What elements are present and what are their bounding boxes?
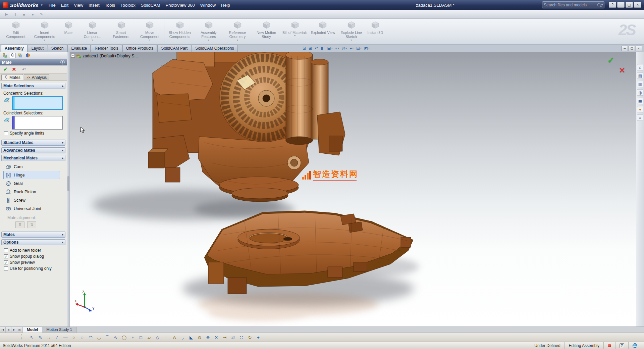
custom-properties-icon[interactable]: ≡ (637, 114, 643, 121)
minimize-button[interactable]: ─ (617, 2, 625, 8)
tab-render-tools[interactable]: Render Tools (91, 45, 122, 52)
circle-tool-icon[interactable]: ○ (70, 334, 78, 341)
gear-mate-button[interactable]: Gear (3, 179, 60, 188)
menu-photoview-360[interactable]: PhotoView 360 (163, 1, 198, 9)
ok-button[interactable]: ✓ (3, 67, 8, 72)
extend-entities-icon[interactable]: ⇥ (221, 334, 229, 341)
chevron-down-icon[interactable]: ▾ (41, 3, 43, 7)
view-palette-icon[interactable]: ▦ (637, 98, 643, 104)
feature-tree-root[interactable]: zadaca1 (Default<Display S... (71, 53, 138, 58)
status-alert-icon[interactable] (608, 344, 611, 347)
centerpoint-arc-icon[interactable]: ◠ (87, 334, 95, 341)
three-point-arc-icon[interactable]: ⌒ (103, 334, 111, 341)
prev-tab-button[interactable]: ◀ (6, 327, 11, 333)
show-popup-dialog-checkbox[interactable]: Show popup dialog (4, 254, 65, 259)
sketch-tool-icon[interactable]: ✎ (36, 334, 44, 341)
featuremanager-tree-icon[interactable] (1, 53, 8, 58)
confirmation-cancel-button[interactable]: ✕ (619, 66, 625, 75)
line-tool-icon[interactable]: ∕ (53, 334, 61, 341)
apply-scene-icon[interactable]: ▤ (356, 45, 362, 51)
insert-components-button[interactable]: Insert Components (30, 20, 59, 44)
exploded-view-button[interactable]: Exploded View (309, 20, 337, 44)
hinge-mate-button[interactable]: Hinge (3, 171, 60, 179)
bill-of-materials-button[interactable]: Bill of Materials (281, 20, 309, 44)
view-orientation-icon[interactable]: ▣ (327, 45, 333, 51)
circular-pattern-icon[interactable]: ↻ (246, 334, 254, 341)
menu-solidcam[interactable]: SolidCAM (138, 1, 163, 9)
explode-line-sketch-button[interactable]: Explode Line Sketch (337, 20, 366, 44)
tab-office-products[interactable]: Office Products (122, 45, 157, 52)
edit-macro-icon[interactable]: ✎ (38, 11, 45, 18)
record-macro-icon[interactable]: ● (29, 11, 37, 18)
polygon-tool-icon[interactable]: ◇ (154, 334, 162, 341)
section-view-icon[interactable]: ◧ (320, 45, 325, 51)
instant3d-button[interactable]: Instant3D (366, 20, 385, 44)
menu-insert[interactable]: Insert (86, 1, 102, 9)
display-style-icon[interactable]: ◐ (334, 45, 340, 51)
run-macro-icon[interactable]: ▶ (3, 11, 10, 18)
doc-minimize-button[interactable]: ─ (622, 46, 628, 51)
screw-mate-button[interactable]: Screw (3, 196, 60, 204)
sketch-chamfer-icon[interactable]: ◣ (187, 334, 195, 341)
toolbar-grip[interactable] (21, 334, 23, 340)
close-button[interactable]: × (634, 2, 641, 8)
zoom-fit-icon[interactable]: ⊡ (302, 45, 307, 51)
confirmation-ok-button[interactable]: ✓ (607, 55, 614, 65)
quick-tips-icon[interactable]: ? (620, 343, 624, 348)
text-tool-icon[interactable]: A (170, 334, 178, 341)
design-library-icon[interactable]: ▤ (637, 72, 643, 79)
section-mate-selections[interactable]: Mate Selections (1, 83, 65, 89)
smart-dimension-icon[interactable]: ↔ (45, 334, 53, 341)
search-dropdown-icon[interactable]: ▾ (601, 3, 603, 6)
tab-model[interactable]: Model (23, 327, 42, 333)
add-to-new-folder-checkbox[interactable]: Add to new folder (4, 248, 65, 253)
show-hidden-components-button[interactable]: Show Hidden Components (165, 20, 194, 44)
expander-icon[interactable] (71, 54, 75, 58)
search-box[interactable]: ▾ (542, 1, 604, 8)
edit-component-button[interactable]: Edit Component (1, 20, 30, 44)
universal-joint-mate-button[interactable]: Universal Joint (3, 204, 60, 213)
tangent-arc-icon[interactable]: ◡ (95, 334, 103, 341)
point-tool-icon[interactable]: ∙ (162, 334, 170, 341)
search-icon[interactable] (597, 3, 600, 6)
next-tab-button[interactable]: ▶ (11, 327, 17, 333)
help-icon[interactable]: ? (60, 60, 65, 64)
section-options[interactable]: Options (1, 239, 65, 245)
sketch-fillet-icon[interactable]: ◞ (179, 334, 187, 341)
appearances-icon[interactable]: ● (637, 106, 643, 112)
select-tool-icon[interactable]: ↖ (28, 334, 36, 341)
menu-edit[interactable]: Edit (58, 1, 71, 9)
trim-entities-icon[interactable]: ✕ (212, 334, 220, 341)
search-input[interactable] (544, 3, 596, 7)
parallelogram-tool-icon[interactable]: ▱ (145, 334, 153, 341)
section-mechanical-mates[interactable]: Mechanical Mates (1, 155, 65, 161)
pm-tab-mates[interactable]: Mates (1, 74, 23, 80)
hide-show-items-icon[interactable]: ◎ (341, 45, 347, 51)
first-tab-button[interactable]: |◀ (0, 327, 6, 333)
section-standard-mates[interactable]: Standard Mates (1, 140, 65, 146)
tab-assembly[interactable]: Assembly (1, 45, 28, 52)
edit-appearance-icon[interactable]: ● (349, 45, 354, 51)
centerline-tool-icon[interactable]: — (61, 334, 69, 341)
section-advanced-mates[interactable]: Advanced Mates (1, 147, 65, 153)
convert-entities-icon[interactable]: ⊕ (204, 334, 212, 341)
move-entities-icon[interactable]: + (254, 334, 262, 341)
new-motion-study-button[interactable]: New Motion Study (252, 20, 281, 44)
propertymanager-icon[interactable] (9, 53, 16, 58)
undo-button[interactable]: ↶ (22, 67, 26, 72)
linear-component-pattern-button[interactable]: Linear Compon... (78, 20, 107, 44)
smart-fasteners-button[interactable]: Smart Fasteners (107, 20, 136, 44)
ellipse-tool-icon[interactable]: ◯ (120, 334, 128, 341)
menu-toolbox[interactable]: Toolbox (118, 1, 138, 9)
web-icon[interactable] (633, 343, 637, 348)
file-explorer-icon[interactable]: ▥ (637, 81, 643, 87)
menu-window[interactable]: Window (198, 1, 218, 9)
assembly-features-button[interactable]: Assembly Features (194, 20, 223, 44)
concentric-selections-listbox[interactable] (12, 96, 63, 110)
tab-solidcam-operations[interactable]: SolidCAM Operations (192, 45, 237, 52)
doc-restore-button[interactable]: ▢ (629, 46, 635, 51)
specify-angle-limits-checkbox[interactable]: Specify angle limits (4, 131, 65, 136)
assembly-model[interactable] (70, 52, 636, 327)
zoom-area-icon[interactable]: ⊞ (308, 45, 313, 51)
panel-splitter[interactable] (67, 52, 70, 327)
